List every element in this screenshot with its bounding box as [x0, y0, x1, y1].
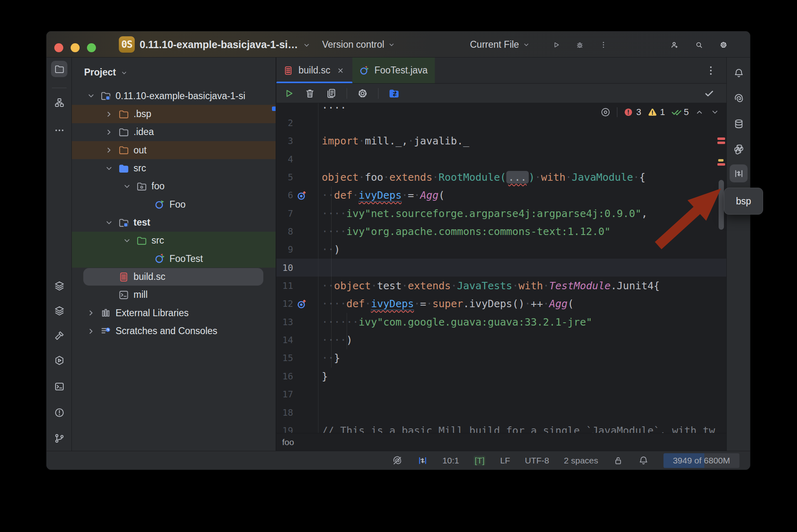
- warning-stripe-mark[interactable]: [718, 159, 724, 162]
- line-number[interactable]: 9: [276, 244, 293, 255]
- line-number[interactable]: 4: [276, 154, 293, 164]
- file-type-badge[interactable]: [T]: [474, 456, 485, 466]
- gutter[interactable]: [293, 186, 318, 204]
- project-folder-icon[interactable]: [51, 61, 67, 77]
- chevron-right-icon[interactable]: [86, 326, 96, 336]
- tree-item-test[interactable]: test: [72, 213, 276, 231]
- file-encoding[interactable]: UTF-8: [525, 456, 549, 466]
- chevron-right-icon[interactable]: [86, 308, 96, 318]
- line-number[interactable]: 5: [276, 172, 293, 182]
- code-line-14[interactable]: 14····): [276, 331, 726, 349]
- sync-folder-icon[interactable]: [388, 88, 400, 99]
- vcs-widget[interactable]: Version control: [322, 31, 396, 58]
- debug-button[interactable]: [576, 41, 584, 49]
- add-user-icon[interactable]: [670, 41, 679, 49]
- code-line-18[interactable]: 18: [276, 403, 726, 421]
- project-panel-header[interactable]: Project: [72, 58, 276, 87]
- code-line-13[interactable]: 13······ivy"com.google.guava:guava:33.2.…: [276, 313, 726, 331]
- tree-item-src[interactable]: src: [72, 159, 276, 177]
- close-icon[interactable]: [336, 66, 345, 75]
- line-number[interactable]: 2: [276, 118, 293, 128]
- gutter[interactable]: [293, 150, 318, 168]
- line-separator[interactable]: LF: [500, 456, 510, 466]
- chevron-down-icon[interactable]: [122, 236, 132, 246]
- previous-problem-icon[interactable]: [695, 107, 704, 117]
- next-problem-icon[interactable]: [710, 107, 720, 117]
- error-badge-icon[interactable]: [623, 107, 634, 117]
- tree-item-out[interactable]: out: [72, 141, 276, 159]
- tree-item-build-sc[interactable]: build.sc: [72, 268, 276, 286]
- tree-item-foo[interactable]: foo: [72, 177, 276, 195]
- code-line-4[interactable]: 4: [276, 150, 726, 168]
- line-number[interactable]: 16: [276, 371, 293, 381]
- gutter[interactable]: [293, 168, 318, 186]
- line-number[interactable]: 7: [276, 208, 293, 219]
- bsp-endpoints-icon[interactable]: [730, 164, 748, 182]
- tab-options-kebab-icon[interactable]: [705, 65, 717, 76]
- more-tools-icon[interactable]: [51, 122, 67, 138]
- git-branch-icon[interactable]: [51, 430, 67, 446]
- editor-scrollbar-thumb[interactable]: [719, 180, 724, 230]
- code-line-19[interactable]: 19// This is a basic Mill build for a si…: [276, 421, 726, 433]
- problems-icon[interactable]: [51, 404, 67, 421]
- highlighting-eye-icon[interactable]: [600, 106, 611, 118]
- code-line-8[interactable]: 8····ivy"org.apache.commons:commons-text…: [276, 222, 726, 240]
- tree-item-foo[interactable]: Foo: [72, 195, 276, 213]
- override-marker-icon[interactable]: [296, 298, 307, 310]
- gutter[interactable]: [293, 103, 318, 114]
- close-window-button[interactable]: [54, 43, 63, 52]
- chevron-down-icon[interactable]: [122, 182, 132, 191]
- line-number[interactable]: 19: [276, 426, 293, 433]
- gutter[interactable]: [293, 132, 318, 150]
- memory-indicator[interactable]: 3949 of 6800M: [663, 453, 739, 468]
- run-task-icon[interactable]: [283, 88, 294, 99]
- line-number[interactable]: 6: [276, 190, 293, 200]
- line-number[interactable]: 14: [276, 335, 293, 345]
- layers-icon[interactable]: [51, 277, 67, 294]
- gutter[interactable]: [293, 204, 318, 222]
- line-number[interactable]: 17: [276, 389, 293, 399]
- search-icon[interactable]: [695, 41, 703, 49]
- terminal-icon[interactable]: [51, 378, 67, 395]
- line-number[interactable]: 13: [276, 317, 293, 327]
- ai-assistant-icon[interactable]: [730, 90, 747, 106]
- line-number[interactable]: 15: [276, 353, 293, 363]
- notifications-bell-icon[interactable]: [730, 65, 747, 81]
- gutter[interactable]: [293, 259, 318, 277]
- ai-assistant-off-icon[interactable]: [392, 455, 403, 466]
- code-line-17[interactable]: 17: [276, 386, 726, 403]
- breadcrumbs[interactable]: foo: [276, 433, 726, 451]
- python-packages-icon[interactable]: [730, 141, 747, 157]
- tree-item-scratches-and-consoles[interactable]: Scratches and Consoles: [72, 322, 276, 340]
- settings-gear-icon[interactable]: [719, 41, 728, 49]
- code-line-10[interactable]: 10: [276, 259, 726, 277]
- zoom-window-button[interactable]: [87, 43, 96, 52]
- gutter[interactable]: [293, 313, 318, 331]
- minimize-window-button[interactable]: [71, 43, 80, 52]
- gutter[interactable]: [293, 277, 318, 295]
- run-button[interactable]: [552, 41, 560, 49]
- passed-check-icon[interactable]: [671, 107, 681, 117]
- gutter[interactable]: [293, 241, 318, 259]
- run-configuration-widget[interactable]: Current File: [470, 31, 530, 58]
- services-icon[interactable]: [51, 352, 67, 368]
- line-number[interactable]: 12: [276, 299, 293, 309]
- code-line-6[interactable]: 6··def·ivyDeps·=·Agg(: [276, 186, 726, 204]
- warning-badge-icon[interactable]: [647, 107, 658, 117]
- tree-item-src[interactable]: src: [72, 232, 276, 250]
- structure-icon[interactable]: [51, 94, 67, 111]
- error-stripe-mark[interactable]: [717, 137, 725, 140]
- chevron-right-icon[interactable]: [104, 109, 114, 119]
- code-line-3[interactable]: 3import·mill._,·javalib._: [276, 132, 726, 150]
- code-line-7[interactable]: 7····ivy"net.sourceforge.argparse4j:argp…: [276, 204, 726, 222]
- gutter[interactable]: [293, 403, 318, 421]
- code-line-12[interactable]: 12····def·ivyDeps·=·super.ivyDeps()·++·A…: [276, 295, 726, 313]
- project-title-widget[interactable]: 0.11.10-example-basicjava-1-si…: [140, 31, 311, 58]
- error-stripe-mark[interactable]: [717, 163, 725, 166]
- tree-item--bsp[interactable]: .bsp: [72, 105, 276, 123]
- bell-icon[interactable]: [638, 455, 649, 466]
- code-editor[interactable]: 1....23import·mill._,·javalib._45object·…: [276, 103, 726, 433]
- database-icon[interactable]: [730, 115, 747, 132]
- chevron-right-icon[interactable]: [104, 145, 114, 155]
- code-line-16[interactable]: 16}: [276, 367, 726, 385]
